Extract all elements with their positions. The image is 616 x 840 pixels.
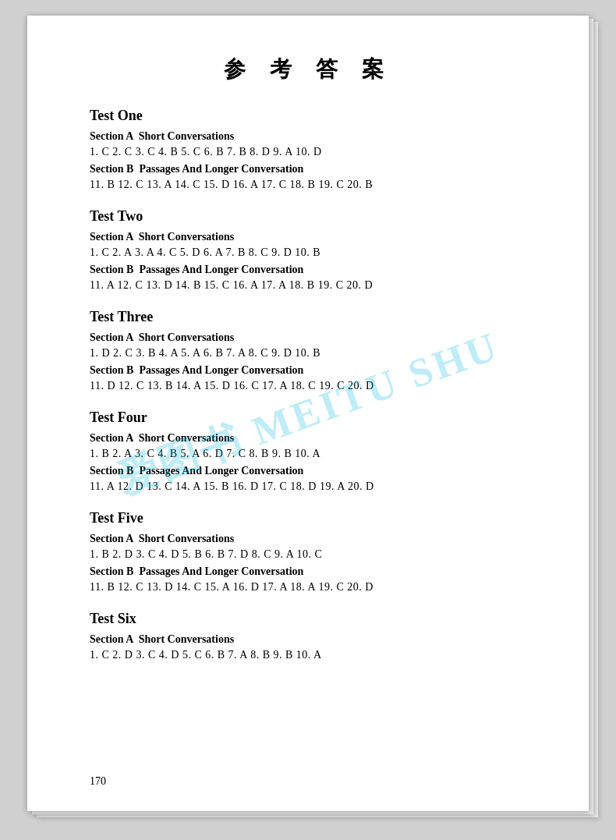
test-section-6: Test SixSection A Short Conversations1. …	[90, 611, 526, 661]
test-section-2: Test TwoSection A Short Conversations1. …	[90, 208, 526, 292]
test-section-3: Test ThreeSection A Short Conversations1…	[90, 309, 526, 392]
section-a-header-5: Section A Short Conversations	[90, 533, 526, 545]
section-a-header-2: Section A Short Conversations	[90, 231, 526, 243]
page-number: 170	[90, 775, 106, 788]
section-b-answers-5: 11. B 12. C 13. D 14. C 15. A 16. D 17. …	[90, 581, 526, 594]
test-section-5: Test FiveSection A Short Conversations1.…	[90, 510, 526, 594]
section-b-answers-3: 11. D 12. C 13. B 14. A 15. D 16. C 17. …	[90, 380, 526, 392]
section-a-answers-4: 1. B 2. A 3. C 4. B 5. A 6. D 7. C 8. B …	[90, 448, 526, 460]
section-b-answers-4: 11. A 12. D 13. C 14. A 15. B 16. D 17. …	[90, 480, 526, 493]
section-a-answers-1: 1. C 2. C 3. C 4. B 5. C 6. B 7. B 8. D …	[90, 146, 526, 158]
test-title-6: Test Six	[90, 611, 526, 627]
section-a-header-1: Section A Short Conversations	[90, 130, 526, 143]
page: 爱图书 MEITU SHU 参 考 答 案 Test OneSection A …	[27, 16, 589, 811]
section-b-header-4: Section B Passages And Longer Conversati…	[90, 465, 526, 477]
page-title: 参 考 答 案	[90, 55, 526, 84]
test-title-4: Test Four	[90, 409, 526, 426]
tests-container: Test OneSection A Short Conversations1. …	[90, 108, 526, 661]
test-title-5: Test Five	[90, 510, 526, 526]
section-a-header-4: Section A Short Conversations	[90, 432, 526, 445]
section-a-answers-6: 1. C 2. D 3. C 4. D 5. C 6. B 7. A 8. B …	[90, 649, 526, 661]
section-a-header-6: Section A Short Conversations	[90, 633, 526, 646]
section-b-header-1: Section B Passages And Longer Conversati…	[90, 163, 526, 175]
section-a-answers-5: 1. B 2. D 3. C 4. D 5. B 6. B 7. D 8. C …	[90, 548, 526, 561]
section-b-header-5: Section B Passages And Longer Conversati…	[90, 565, 526, 578]
section-b-header-2: Section B Passages And Longer Conversati…	[90, 264, 526, 276]
test-title-2: Test Two	[90, 208, 526, 225]
section-a-header-3: Section A Short Conversations	[90, 331, 526, 344]
section-b-header-3: Section B Passages And Longer Conversati…	[90, 364, 526, 377]
test-title-1: Test One	[90, 108, 526, 124]
section-b-answers-2: 11. A 12. C 13. D 14. B 15. C 16. A 17. …	[90, 279, 526, 292]
test-title-3: Test Three	[90, 309, 526, 325]
test-section-1: Test OneSection A Short Conversations1. …	[90, 108, 526, 191]
section-b-answers-1: 11. B 12. C 13. A 14. C 15. D 16. A 17. …	[90, 179, 526, 191]
test-section-4: Test FourSection A Short Conversations1.…	[90, 409, 526, 493]
section-a-answers-3: 1. D 2. C 3. B 4. A 5. A 6. B 7. A 8. C …	[90, 347, 526, 360]
section-a-answers-2: 1. C 2. A 3. A 4. C 5. D 6. A 7. B 8. C …	[90, 246, 526, 259]
